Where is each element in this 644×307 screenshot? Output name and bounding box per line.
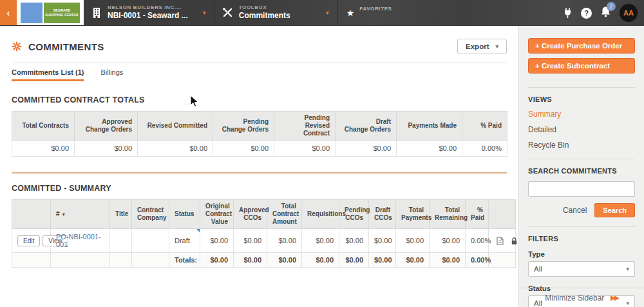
topbar-right-icons: ? 2 AA: [563, 0, 638, 26]
total-cell: $0.00: [339, 253, 369, 268]
header-cell[interactable]: Pending Change Orders: [213, 112, 274, 141]
document-icon[interactable]: [497, 237, 504, 245]
chevron-down-icon: ▾: [626, 266, 629, 272]
double-arrow-right-icon: ▶▶: [611, 294, 618, 301]
value-cell: $0.00: [267, 229, 302, 253]
export-caret-icon: ▾: [495, 43, 498, 50]
cancel-link[interactable]: Cancel: [563, 206, 587, 215]
value-cell: $0.00: [396, 229, 430, 253]
header-cell[interactable]: Status: [169, 200, 200, 229]
header-cell[interactable]: Total Payments: [396, 200, 430, 229]
toolbox-label: TOOLBOX: [239, 5, 290, 11]
filters-heading: FILTERS: [528, 235, 635, 243]
sidebar-divider: [528, 159, 635, 159]
row-icons-cell: [489, 229, 516, 253]
type-filter-value: All: [534, 265, 542, 273]
value-cell: $0.00: [12, 141, 75, 157]
header-cell[interactable]: Approved CCOs: [234, 200, 267, 229]
section-divider: [12, 172, 507, 173]
total-cell: $0.00: [302, 253, 339, 268]
minimize-sidebar-button[interactable]: Minimize Sidebar ▶▶: [519, 288, 644, 307]
header-cell[interactable]: Total Remaining: [430, 200, 466, 229]
total-cell: $0.00: [396, 253, 430, 268]
header-cell[interactable]: Original Contract Value: [200, 200, 234, 229]
help-button[interactable]: ?: [581, 8, 592, 19]
toolbox-selector[interactable]: TOOLBOX Commitments ▾: [214, 0, 337, 25]
header-cell[interactable]: Requisitions: [302, 200, 339, 229]
header-cell[interactable]: Revised Committed: [138, 112, 213, 141]
header-cell-icons: [489, 200, 516, 229]
back-icon: ‹: [7, 7, 10, 18]
value-cell: 0.00%: [466, 229, 489, 253]
header-cell[interactable]: Total Contracts: [12, 112, 75, 141]
total-cell: $0.00: [369, 253, 396, 268]
type-filter-label: Type: [528, 250, 635, 258]
header-cell[interactable]: Approved Change Orders: [75, 112, 138, 141]
note-corner-icon: [196, 229, 200, 232]
value-cell: 0.00%: [462, 141, 507, 157]
tab-commitments-list[interactable]: Commitments List (1): [12, 68, 84, 81]
user-avatar[interactable]: AA: [620, 4, 638, 22]
value-cell: $0.00: [369, 229, 396, 253]
summary-header-row: # ▼ Title Contract Company Status Origin…: [12, 200, 516, 229]
top-navigation-bar: ‹ SEAWARD SHOPPING CENTER NELSON BUILDER…: [0, 0, 644, 26]
status-cell: Draft: [169, 229, 200, 253]
header-cell[interactable]: Payments Made: [397, 112, 462, 141]
view-detailed-link[interactable]: Detailed: [528, 125, 635, 134]
header-cell[interactable]: Total Contract Amount: [267, 200, 302, 229]
company-cell: [132, 229, 169, 253]
minimize-sidebar-label: Minimize Sidebar: [545, 293, 604, 302]
notifications-button[interactable]: 2: [600, 6, 611, 20]
sidebar-divider: [528, 87, 635, 88]
star-icon: ★: [346, 8, 355, 18]
sidebar-divider: [528, 226, 635, 227]
header-cell[interactable]: % Paid: [466, 200, 489, 229]
gear-icon[interactable]: [12, 41, 22, 52]
header-cell[interactable]: Draft Change Orders: [336, 112, 397, 141]
value-cell: $0.00: [430, 229, 466, 253]
commitment-link[interactable]: PO-NBI-0001-001: [56, 233, 101, 248]
tools-icon: [222, 7, 233, 18]
view-summary-link[interactable]: Summary: [528, 110, 635, 119]
total-cell: $0.00: [267, 253, 302, 268]
create-subcontract-button[interactable]: + Create Subcontract: [528, 58, 635, 74]
plug-icon[interactable]: [563, 7, 573, 19]
search-commitments-input[interactable]: [528, 181, 635, 197]
header-cell-number[interactable]: # ▼: [51, 200, 110, 229]
edit-button[interactable]: Edit: [17, 235, 40, 246]
current-tool: Commitments: [239, 11, 290, 21]
committed-summary-table: # ▼ Title Contract Company Status Origin…: [12, 199, 516, 268]
lock-icon[interactable]: [511, 237, 518, 245]
total-cell: 0.00%: [466, 253, 489, 268]
totals-label: Totals:: [169, 253, 200, 268]
view-recycle-bin-link[interactable]: Recycle Bin: [528, 141, 635, 150]
logo-blue-panel: [21, 3, 44, 23]
type-filter-select[interactable]: All ▾: [528, 261, 635, 277]
totals-header-row: Total Contracts Approved Change Orders R…: [12, 112, 507, 141]
summary-section-title: COMMITTED - SUMMARY: [12, 184, 507, 193]
total-cell: $0.00: [430, 253, 466, 268]
search-button[interactable]: Search: [594, 203, 635, 217]
value-cell: $0.00: [274, 141, 336, 157]
project-logo[interactable]: SEAWARD SHOPPING CENTER: [17, 0, 84, 25]
tab-billings[interactable]: Billings: [100, 68, 123, 81]
favorites-section[interactable]: ★ FAVORITES: [337, 0, 401, 25]
sort-down-icon: ▼: [61, 212, 66, 217]
back-button[interactable]: ‹: [0, 0, 17, 25]
totals-value-row: $0.00 $0.00 $0.00 $0.00 $0.00 $0.00 $0.0…: [12, 141, 507, 157]
actions-cell: Edit View: [12, 229, 51, 253]
header-cell[interactable]: % Paid: [462, 112, 507, 141]
header-cell[interactable]: Title: [110, 200, 132, 229]
value-cell: $0.00: [397, 141, 462, 157]
views-heading: VIEWS: [528, 95, 635, 103]
project-selector[interactable]: NELSON BUILDERS INC.... NBI-0001 - Seawa…: [84, 0, 214, 25]
create-purchase-order-button[interactable]: + Create Purchase Order: [528, 38, 635, 54]
building-icon: [91, 7, 102, 19]
header-cell[interactable]: Pending Revised Contract: [274, 112, 336, 141]
header-cell[interactable]: Contract Company: [132, 200, 169, 229]
export-button[interactable]: Export ▾: [457, 39, 507, 54]
value-cell: $0.00: [138, 141, 213, 157]
search-heading: SEARCH COMMITMENTS: [528, 167, 635, 175]
header-cell[interactable]: Draft CCOs: [369, 200, 396, 229]
totals-section-title: COMMITTED CONTRACT TOTALS: [12, 95, 507, 104]
